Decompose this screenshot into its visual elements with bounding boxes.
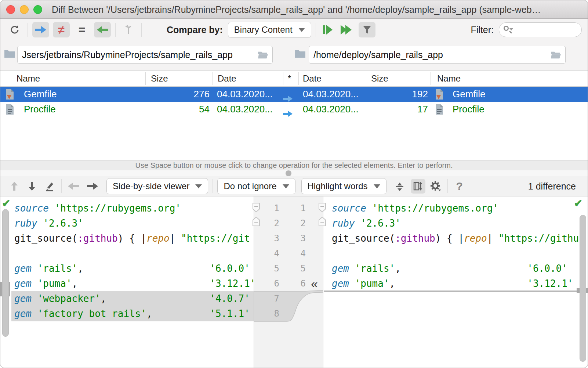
settings-button[interactable] (428, 179, 443, 194)
chevron-down-icon (374, 184, 380, 188)
line-number: 6 (254, 276, 279, 291)
compare-by-value: Binary Content (234, 25, 293, 35)
diff-viewer: 12345678 123456 « source 'https://rubyge… (0, 196, 588, 368)
search-icon (503, 25, 512, 35)
right-code-pane[interactable]: source 'https://rubygems.org'ruby '2.6.3… (329, 201, 588, 291)
minimize-button[interactable] (20, 5, 29, 14)
sync-scrolling-button[interactable] (411, 179, 425, 194)
left-path-field[interactable]: Jsers/jetbrains/RubymineProjects/sample_… (17, 46, 273, 64)
splitter-handle-icon[interactable] (286, 170, 291, 176)
file-size-left: 276 (145, 87, 210, 102)
code-line: ruby '2.6.3' (11, 216, 254, 231)
browse-folder-icon[interactable] (551, 50, 561, 59)
refresh-icon (9, 24, 20, 35)
table-row-procfile[interactable]: Procfile5404.03.2020...04.03.2020...17Pr… (0, 102, 588, 117)
right-path-field[interactable]: /home/deploy/sample_rails_app (309, 46, 566, 64)
synchronize-selected-button[interactable] (320, 22, 335, 37)
edit-source-button[interactable] (42, 179, 57, 194)
col-header-size-right[interactable]: Size (371, 71, 388, 87)
right-line-numbers: 123456 (280, 201, 306, 291)
col-header-date-right[interactable]: Date (303, 71, 322, 87)
col-header-name-right[interactable]: Name (437, 71, 461, 87)
previous-file-button[interactable] (66, 179, 81, 194)
diff-window: Diff Between '/Users/jetbrains/RubymineP… (0, 0, 588, 368)
compare-by-label: Compare by: (167, 25, 223, 35)
sync-scroll-icon (413, 181, 423, 191)
col-header-name-left[interactable]: Name (17, 71, 40, 87)
synchronize-all-button[interactable] (337, 22, 355, 37)
directory-diff-table: Name Size Date * Date Size Name Gemfile2… (0, 70, 588, 160)
operation-arrow-icon[interactable] (283, 87, 298, 102)
left-scrollbar[interactable] (2, 209, 9, 337)
line-number: 1 (280, 201, 306, 216)
collapse-unchanged-icon (395, 181, 404, 191)
show-new-on-right-button[interactable] (94, 22, 111, 37)
separator (115, 23, 116, 37)
filter-funnel-icon (362, 25, 372, 35)
col-header-size-left[interactable]: Size (151, 71, 168, 87)
separator (316, 23, 316, 37)
right-path-value: /home/deploy/sample_rails_app (313, 50, 551, 60)
splitter[interactable] (0, 170, 588, 176)
table-row-gemfile[interactable]: Gemfile27604.03.2020...04.03.2020...192G… (0, 87, 588, 102)
previous-difference-button[interactable] (7, 179, 22, 194)
filter-search-field[interactable] (499, 22, 582, 37)
zoom-button[interactable] (33, 5, 42, 14)
highlight-policy-dropdown[interactable]: Highlight words (301, 178, 386, 194)
separator (213, 179, 213, 193)
col-header-date-left[interactable]: Date (218, 71, 236, 87)
equal-icon: = (79, 24, 86, 36)
code-line: source 'https://rubygems.org' (11, 201, 254, 216)
fold-marker-icon[interactable] (318, 202, 326, 213)
apply-change-left-chevron[interactable]: « (311, 277, 318, 291)
file-date-right: 04.03.2020... (303, 102, 369, 117)
file-icon (6, 102, 20, 117)
code-line (11, 246, 254, 261)
merge-arrow-icon (123, 24, 134, 35)
green-left-arrow-icon (97, 26, 108, 33)
show-difference-button[interactable]: ≠ (53, 22, 70, 37)
code-line: gem 'rails', '6.0.0' (329, 261, 588, 276)
green-check-icon: ✔ (2, 197, 10, 209)
close-button[interactable] (6, 5, 15, 14)
col-header-star[interactable]: * (288, 71, 291, 87)
next-file-button[interactable] (85, 179, 100, 194)
search-input[interactable] (512, 25, 578, 35)
operation-arrow-icon[interactable] (283, 102, 298, 117)
merge-button[interactable] (120, 22, 137, 37)
refresh-button[interactable] (6, 22, 23, 37)
left-arrow-icon (68, 183, 79, 190)
fold-marker-icon[interactable] (318, 216, 326, 227)
up-arrow-icon (10, 181, 19, 191)
line-number: 5 (280, 261, 306, 276)
collapse-unchanged-button[interactable] (392, 179, 407, 194)
chevron-down-icon (195, 184, 202, 188)
file-date-right: 04.03.2020... (303, 87, 369, 102)
code-line: git_source(:github) { |repo| "https://gi… (11, 231, 254, 246)
blue-right-arrow-icon (35, 26, 46, 33)
next-difference-button[interactable] (25, 179, 39, 194)
table-body: Gemfile27604.03.2020...04.03.2020...192G… (0, 87, 588, 117)
browse-folder-icon[interactable] (258, 50, 268, 59)
file-size-right: 17 (362, 102, 428, 117)
table-header: Name Size Date * Date Size Name (0, 71, 588, 87)
file-size-left: 54 (145, 102, 210, 117)
code-line (329, 246, 588, 261)
left-code-pane[interactable]: source 'https://rubygems.org'ruby '2.6.3… (11, 201, 254, 321)
show-new-on-left-button[interactable] (32, 22, 49, 37)
settings-gear-icon (430, 181, 441, 192)
window-title: Diff Between '/Users/jetbrains/RubymineP… (52, 0, 584, 19)
ignore-policy-dropdown[interactable]: Do not ignore (217, 178, 295, 194)
filter-toggle-button[interactable] (359, 22, 375, 37)
line-number: 8 (254, 306, 279, 321)
viewer-mode-dropdown[interactable]: Side-by-side viewer (106, 178, 208, 194)
show-equal-button[interactable]: = (73, 22, 90, 37)
hint-bar: Use Space button or mouse click to chang… (0, 160, 588, 170)
help-button[interactable]: ? (452, 179, 467, 194)
ignore-policy-value: Do not ignore (224, 181, 276, 191)
right-scrollbar[interactable] (580, 215, 586, 362)
compare-by-dropdown[interactable]: Binary Content (228, 22, 311, 38)
chevron-down-icon (298, 28, 305, 32)
sync-selected-icon (323, 25, 325, 34)
code-line: gem 'puma', '3.12.1' (11, 276, 254, 291)
